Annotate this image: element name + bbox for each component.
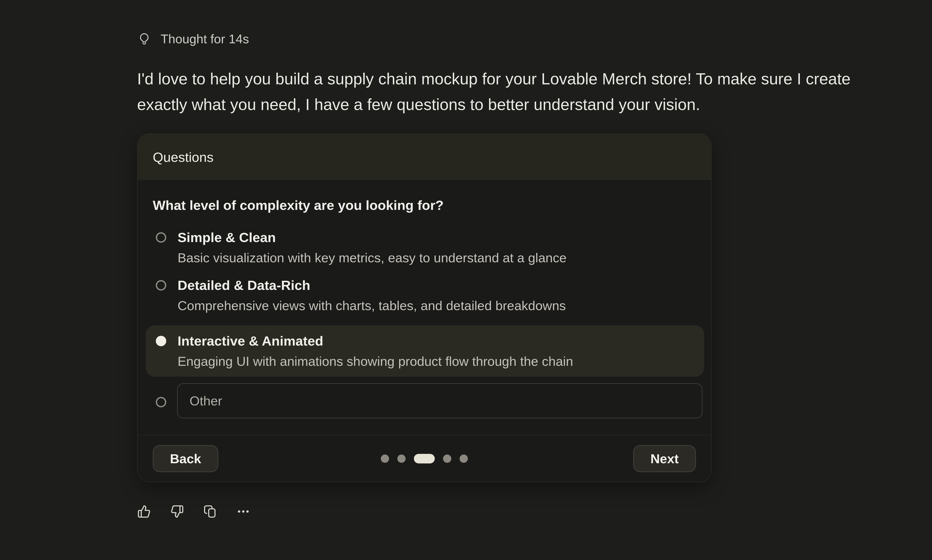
back-button[interactable]: Back bbox=[153, 445, 218, 472]
thought-toggle[interactable]: Thought for 14s bbox=[137, 32, 850, 46]
message-line: I'd love to help you build a supply chai… bbox=[137, 66, 850, 92]
card-title: Questions bbox=[153, 149, 214, 165]
thumbs-down-icon bbox=[170, 505, 184, 518]
lightbulb-icon bbox=[137, 32, 151, 46]
option-label: Interactive & Animated bbox=[177, 333, 573, 349]
option-row-detailed-data-rich[interactable]: Detailed & Data-Rich Comprehensive views… bbox=[153, 277, 696, 313]
option-row-interactive-animated[interactable]: Interactive & Animated Engaging UI with … bbox=[146, 325, 704, 377]
radio-other[interactable] bbox=[156, 397, 166, 407]
option-description: Engaging UI with animations showing prod… bbox=[177, 354, 573, 369]
option-description: Comprehensive views with charts, tables,… bbox=[177, 298, 566, 313]
option-description: Basic visualization with key metrics, ea… bbox=[177, 251, 567, 265]
assistant-message: I'd love to help you build a supply chai… bbox=[137, 66, 850, 117]
ellipsis-icon bbox=[237, 505, 250, 518]
questions-card: Questions What level of complexity are y… bbox=[137, 134, 712, 482]
options-list: Simple & Clean Basic visualization with … bbox=[153, 230, 696, 418]
message-line: exactly what you need, I have a few ques… bbox=[137, 92, 850, 117]
thumbs-up-button[interactable] bbox=[137, 505, 151, 518]
assistant-turn: Thought for 14s I'd love to help you bui… bbox=[137, 32, 850, 518]
copy-icon bbox=[203, 505, 217, 518]
option-label: Simple & Clean bbox=[177, 230, 567, 245]
thumbs-up-icon bbox=[137, 505, 151, 518]
progress-dot bbox=[381, 454, 389, 463]
questions-card-footer: Back Next bbox=[137, 435, 711, 482]
progress-dots bbox=[381, 454, 468, 463]
option-row-other[interactable] bbox=[153, 383, 696, 418]
progress-dot bbox=[397, 454, 406, 463]
option-label: Detailed & Data-Rich bbox=[177, 277, 566, 293]
message-actions bbox=[137, 505, 850, 518]
chat-screen: Thought for 14s I'd love to help you bui… bbox=[0, 0, 932, 560]
questions-card-body: What level of complexity are you looking… bbox=[137, 180, 711, 435]
more-options-button[interactable] bbox=[236, 505, 250, 518]
radio-interactive-animated-selected[interactable] bbox=[156, 336, 166, 346]
copy-button[interactable] bbox=[203, 505, 217, 518]
other-input[interactable] bbox=[177, 383, 702, 418]
next-button[interactable]: Next bbox=[633, 445, 696, 472]
radio-simple-clean[interactable] bbox=[156, 232, 166, 243]
progress-dot-active bbox=[414, 454, 435, 463]
radio-detailed-data-rich[interactable] bbox=[156, 280, 166, 291]
option-row-simple-clean[interactable]: Simple & Clean Basic visualization with … bbox=[153, 230, 696, 265]
thought-label: Thought for 14s bbox=[160, 32, 249, 46]
question-text: What level of complexity are you looking… bbox=[153, 197, 696, 214]
progress-dot bbox=[459, 454, 468, 463]
thumbs-down-button[interactable] bbox=[170, 505, 184, 518]
progress-dot bbox=[443, 454, 451, 463]
questions-card-header: Questions bbox=[137, 134, 711, 180]
